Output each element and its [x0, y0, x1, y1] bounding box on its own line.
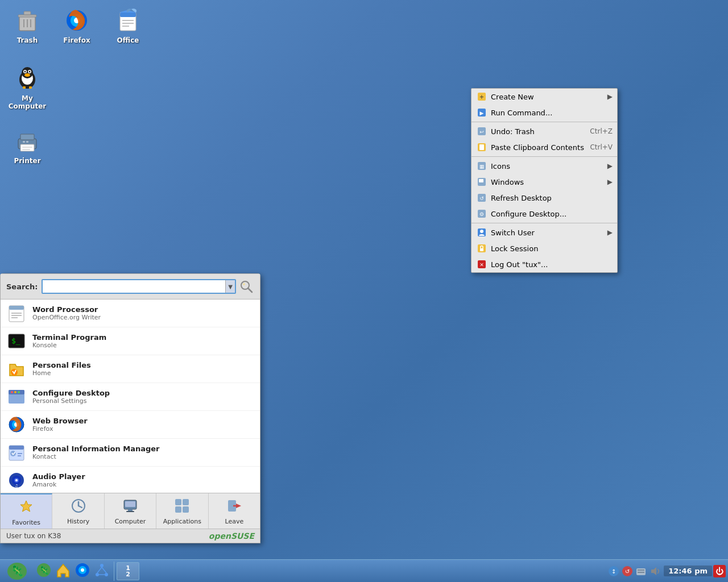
web-browser-icon	[6, 414, 27, 435]
desktop-icon-office[interactable]: Office	[105, 5, 151, 47]
refresh-desktop-icon: ↺	[476, 192, 487, 203]
app-item-pim[interactable]: Personal Information ManagerKontact	[1, 439, 260, 467]
create-new-icon: +	[476, 91, 487, 102]
menu-item-run-command[interactable]: ▶Run Command...	[471, 105, 617, 120]
refresh-desktop-label: Refresh Desktop	[491, 194, 613, 202]
word-processor-desc: OpenOffice.org Writer	[32, 314, 101, 321]
configure-desktop-name: Configure Desktop	[32, 389, 110, 397]
switch-user-arrow: ▶	[607, 228, 613, 236]
app-item-terminal[interactable]: $_Terminal ProgramKonsole	[1, 327, 260, 355]
desktop-icon-my-computer[interactable]: My Computer	[5, 63, 50, 113]
svg-rect-98	[125, 501, 135, 507]
svg-rect-100	[183, 499, 189, 505]
home-ql[interactable]	[53, 562, 73, 581]
tab-favorites[interactable]: Favorites	[1, 493, 52, 529]
virtual-desktop-pager[interactable]: 1 2	[117, 562, 139, 580]
vol-tray[interactable]	[648, 565, 661, 577]
svg-point-66	[11, 391, 13, 393]
kde-menu-footer: User tux on K38 openSUSE	[1, 529, 260, 543]
svg-point-68	[18, 391, 20, 393]
tab-history[interactable]: History	[52, 493, 104, 529]
svg-point-67	[14, 391, 16, 393]
pim-icon	[6, 442, 27, 463]
web-browser-info: Web BrowserFirefox	[32, 417, 88, 433]
tab-leave[interactable]: Leave	[209, 493, 260, 529]
app-item-word-processor[interactable]: Word ProcessorOpenOffice.org Writer	[1, 300, 260, 327]
network-monitor-tray[interactable]: ↕	[607, 565, 620, 577]
svg-marker-91	[20, 501, 32, 512]
app-item-configure-desktop[interactable]: Configure DesktopPersonal Settings	[1, 383, 260, 411]
tab-applications[interactable]: Applications	[156, 493, 208, 529]
svg-rect-28	[26, 141, 28, 143]
app-item-web-browser[interactable]: Web BrowserFirefox	[1, 411, 260, 439]
icons-icon: ▦	[476, 160, 487, 172]
svg-rect-97	[126, 511, 134, 512]
update-tray[interactable]: ↺	[621, 565, 634, 577]
network-ql-icon	[94, 562, 110, 580]
svg-text:+: +	[479, 94, 484, 100]
kde-menu-tabs: FavoritesHistoryComputerApplicationsLeav…	[1, 493, 260, 529]
tab-history-label: History	[67, 518, 89, 525]
menu-item-paste-clipboard[interactable]: Paste Clipboard ContentsCtrl+V	[471, 139, 617, 155]
word-processor-info: Word ProcessorOpenOffice.org Writer	[32, 305, 101, 321]
desktop-icon-firefox[interactable]: Firefox	[54, 5, 100, 47]
svg-rect-25	[20, 134, 34, 140]
svg-point-112	[100, 564, 104, 567]
configure-desktop-icon: ⚙	[476, 208, 487, 219]
office-icon	[114, 7, 142, 34]
firefox-label: Firefox	[63, 36, 90, 44]
desktop-icon-printer[interactable]: Printer	[5, 125, 50, 167]
search-bar: Search: ▼	[1, 274, 260, 300]
app-item-audio-player[interactable]: ♫Audio PlayerAmarok	[1, 467, 260, 493]
svg-text:▦: ▦	[479, 164, 485, 169]
web-ql[interactable]	[73, 562, 92, 581]
menu-item-windows[interactable]: Windows▶	[471, 174, 617, 190]
undo-trash-icon: ↩	[476, 126, 487, 137]
menu-item-switch-user[interactable]: Switch User▶	[471, 225, 617, 240]
kbd-tray[interactable]	[635, 565, 647, 577]
pager-page2: 2	[126, 571, 130, 577]
svg-text:⚙: ⚙	[479, 211, 484, 217]
app-item-personal-files[interactable]: Personal FilesHome	[1, 355, 260, 383]
power-button[interactable]: ⏻	[713, 565, 726, 577]
opensuse-ql[interactable]: 🦎	[34, 562, 53, 581]
pim-name: Personal Information Manager	[32, 444, 160, 453]
menu-item-icons[interactable]: ▦Icons▶	[471, 158, 617, 174]
menu-item-refresh-desktop[interactable]: ↺Refresh Desktop	[471, 190, 617, 206]
desktop-icon-trash[interactable]: Trash	[5, 5, 50, 47]
pim-info: Personal Information ManagerKontact	[32, 444, 160, 460]
search-input-wrapper: ▼	[42, 279, 236, 294]
tab-computer[interactable]: Computer	[105, 493, 156, 529]
web-browser-desc: Firefox	[32, 425, 88, 433]
menu-item-create-new[interactable]: +Create New▶	[471, 89, 617, 105]
switch-user-icon	[476, 227, 487, 238]
start-button[interactable]: 🦎	[2, 561, 32, 581]
audio-player-icon: ♫	[6, 470, 27, 490]
svg-point-48	[480, 230, 483, 233]
home-ql-icon	[55, 562, 71, 580]
clock[interactable]: 12:46 pm	[664, 566, 712, 576]
web-ql-icon	[75, 562, 90, 580]
system-tray: ↕↺	[607, 565, 661, 577]
svg-line-54	[248, 288, 252, 292]
menu-item-configure-desktop[interactable]: ⚙Configure Desktop...	[471, 206, 617, 222]
tab-applications-icon	[174, 498, 190, 517]
menu-item-lock-session[interactable]: Lock Session	[471, 240, 617, 256]
audio-player-info: Audio PlayerAmarok	[32, 472, 85, 488]
menu-item-log-out[interactable]: ✕Log Out "tux"...	[471, 256, 617, 272]
word-processor-icon	[6, 303, 27, 323]
printer-label: Printer	[14, 157, 40, 165]
svg-rect-1	[18, 15, 36, 17]
search-input[interactable]	[43, 281, 226, 292]
menu-item-undo-trash[interactable]: ↩Undo: TrashCtrl+Z	[471, 123, 617, 139]
svg-rect-2	[24, 11, 31, 15]
tab-applications-label: Applications	[163, 518, 201, 525]
trash-label: Trash	[17, 36, 38, 44]
svg-text:↩: ↩	[479, 129, 484, 135]
search-dropdown-btn[interactable]: ▼	[225, 280, 235, 293]
my-computer-icon	[14, 65, 41, 92]
office-label: Office	[117, 36, 139, 44]
log-out-icon: ✕	[476, 259, 487, 270]
network-ql[interactable]	[92, 562, 111, 581]
search-button[interactable]	[238, 278, 254, 294]
